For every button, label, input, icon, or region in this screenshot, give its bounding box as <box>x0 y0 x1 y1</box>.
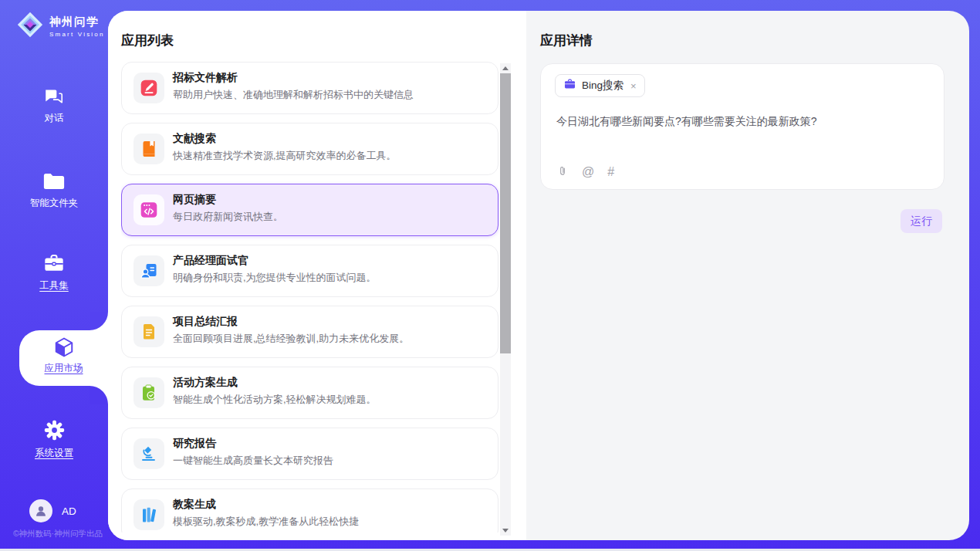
app-card-bid-parsing[interactable]: 招标文件解析 帮助用户快速、准确地理解和解析招标书中的关键信息 <box>121 62 498 114</box>
app-card-title: 教案生成 <box>173 498 216 512</box>
books-icon <box>133 499 164 530</box>
app-card-project-summary[interactable]: 项目总结汇报 全面回顾项目进展,总结经验教训,助力未来优化发展。 <box>121 306 498 358</box>
app-card-desc: 一键智能生成高质量长文本研究报告 <box>173 454 333 468</box>
app-list-scrollbar[interactable] <box>500 63 511 536</box>
sidebar-item-label: 应用市场 <box>19 362 108 375</box>
app-card-title: 招标文件解析 <box>173 71 238 85</box>
brand-name: 神州问学 <box>49 15 105 29</box>
edit-document-icon <box>133 73 164 103</box>
sidebar-item-toolset[interactable]: 工具集 <box>0 253 108 292</box>
sidebar-item-app-market[interactable]: 应用市场 <box>19 330 108 386</box>
app-card-pm-interviewer[interactable]: 产品经理面试官 明确身份和职责,为您提供专业性的面试问题。 <box>121 245 498 297</box>
app-card-desc: 每日政府新闻资讯快查。 <box>173 210 283 224</box>
app-card-lesson-plan[interactable]: 教案生成 模板驱动,教案秒成,教学准备从此轻松快捷 <box>121 488 498 532</box>
app-detail-title: 应用详情 <box>540 32 593 49</box>
sidebar-item-label: 系统设置 <box>0 447 108 460</box>
folder-icon <box>0 171 108 191</box>
app-list-title: 应用列表 <box>121 32 174 49</box>
app-card-title: 研究报告 <box>173 437 216 451</box>
brand-diamond-icon <box>15 10 45 42</box>
triangle-down-icon <box>502 529 509 532</box>
chat-icon <box>0 86 108 106</box>
sidebar-item-label: 智能文件夹 <box>0 197 108 210</box>
mention-icon[interactable]: @ <box>582 166 594 178</box>
clipboard-check-icon <box>133 377 164 408</box>
copyright-text: ©神州数码·神州问学出品 <box>0 529 116 539</box>
app-card-title: 产品经理面试官 <box>173 254 248 268</box>
prompt-input[interactable]: 今日湖北有哪些新闻要点?有哪些需要关注的最新政策? <box>556 115 927 129</box>
sidebar-item-label: 工具集 <box>0 279 108 292</box>
person-icon <box>34 504 48 518</box>
app-card-desc: 帮助用户快速、准确地理解和解析招标书中的关键信息 <box>173 88 414 102</box>
scroll-up-button[interactable] <box>500 63 511 73</box>
app-list-panel: 应用列表 招标文件解析 帮助用户快速、准确地理解和解析招标书中的关键信息 <box>108 11 526 540</box>
bubble-curve-bottom <box>90 386 108 404</box>
app-card-web-summary[interactable]: 网页摘要 每日政府新闻资讯快查。 <box>121 184 498 236</box>
report-doc-icon <box>133 316 164 347</box>
run-button[interactable]: 运行 <box>901 209 942 233</box>
app-card-desc: 明确身份和职责,为您提供专业性的面试问题。 <box>173 271 377 285</box>
content-frame: 应用列表 招标文件解析 帮助用户快速、准确地理解和解析招标书中的关键信息 <box>108 11 969 540</box>
avatar <box>29 499 52 522</box>
app-card-title: 项目总结汇报 <box>173 315 238 329</box>
app-card-research-report[interactable]: 研究报告 一键智能生成高质量长文本研究报告 <box>121 428 498 480</box>
tool-tag-label: Bing搜索 <box>582 79 623 93</box>
app-card-event-plan[interactable]: 活动方案生成 智能生成个性化活动方案,轻松解决规划难题。 <box>121 367 498 419</box>
prompt-card: Bing搜索 × 今日湖北有哪些新闻要点?有哪些需要关注的最新政策? @ # <box>540 63 945 190</box>
sidebar-item-settings[interactable]: 系统设置 <box>0 419 108 460</box>
app-card-desc: 全面回顾项目进展,总结经验教训,助力未来优化发展。 <box>173 332 409 346</box>
interviewer-icon <box>133 255 164 286</box>
sidebar-item-chat[interactable]: 对话 <box>0 86 108 125</box>
app-logo: 神州问学 Smart Vision <box>15 10 105 42</box>
attachment-icon[interactable] <box>556 164 569 180</box>
user-initials: AD <box>62 505 76 517</box>
hash-icon[interactable]: # <box>607 166 614 178</box>
input-toolbar: @ # <box>556 164 614 180</box>
sidebar-item-smart-folder[interactable]: 智能文件夹 <box>0 171 108 210</box>
bubble-curve-top <box>90 312 108 330</box>
gear-icon <box>0 419 108 441</box>
sidebar-item-label: 对话 <box>0 112 108 125</box>
microscope-icon <box>133 438 164 469</box>
app-card-title: 活动方案生成 <box>173 376 238 390</box>
book-icon <box>133 134 164 164</box>
app-card-literature-search[interactable]: 文献搜索 快速精准查找学术资源,提高研究效率的必备工具。 <box>121 123 498 175</box>
scrollbar-thumb[interactable] <box>500 73 511 353</box>
app-card-desc: 智能生成个性化活动方案,轻松解决规划难题。 <box>173 393 377 407</box>
scroll-down-button[interactable] <box>500 526 511 536</box>
app-card-title: 网页摘要 <box>173 193 216 207</box>
app-card-desc: 快速精准查找学术资源,提高研究效率的必备工具。 <box>173 149 397 163</box>
tool-tag-bing-search[interactable]: Bing搜索 × <box>555 74 645 97</box>
close-icon[interactable]: × <box>630 80 637 92</box>
app-list: 招标文件解析 帮助用户快速、准确地理解和解析招标书中的关键信息 文献搜索 快速精… <box>121 62 499 532</box>
briefcase-icon <box>563 78 576 94</box>
user-account[interactable]: AD <box>29 499 76 522</box>
app-card-title: 文献搜索 <box>173 132 216 146</box>
brand-subtitle: Smart Vision <box>49 31 105 38</box>
web-code-icon <box>133 194 164 225</box>
app-card-desc: 模板驱动,教案秒成,教学准备从此轻松快捷 <box>173 515 359 529</box>
triangle-up-icon <box>502 66 509 70</box>
cube-icon <box>19 336 108 359</box>
toolbox-icon <box>0 253 108 274</box>
